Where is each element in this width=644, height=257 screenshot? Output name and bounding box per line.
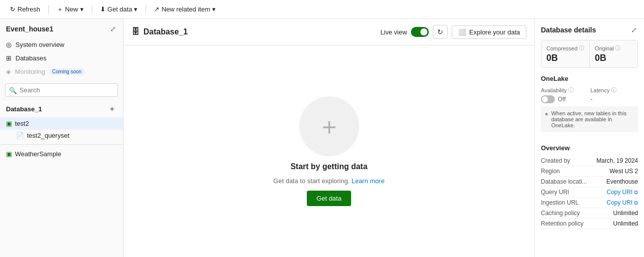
overview-value[interactable]: Copy URI⧉ [607, 199, 638, 206]
sidebar-item-databases[interactable]: ⊞ Databases [0, 51, 123, 65]
onelake-off-label: Off [558, 96, 566, 103]
sidebar-item-test2[interactable]: ▣ test2 [0, 117, 123, 130]
queryset-icon: 📄 [16, 132, 24, 139]
empty-title: Start by getting data [290, 162, 368, 171]
overview-key: Created by [541, 157, 570, 164]
overview-key: Region [541, 168, 560, 175]
overview-row: Query URICopy URI⧉ [541, 187, 638, 198]
new-related-button[interactable]: ↗ New related item ▾ [150, 3, 220, 15]
onelake-toggle[interactable] [541, 95, 555, 103]
learn-more-link[interactable]: Learn more [352, 177, 385, 185]
get-data-button[interactable]: ⬇ Get data ▾ [96, 3, 142, 15]
sidebar-expand-button[interactable]: ⤢ [109, 24, 117, 34]
empty-sub-text: Get data to start exploring. [273, 177, 350, 185]
toolbar-separator-2 [92, 5, 92, 14]
overview-value: Eventhouse [607, 178, 638, 185]
new-related-label: New related item [161, 5, 210, 13]
weather-label: WeatherSample [15, 150, 61, 158]
panel-expand-button[interactable]: ⤢ [630, 25, 638, 35]
panel-header: Database details ⤢ [541, 25, 638, 35]
availability-label: Availability [541, 87, 567, 93]
content-actions: Live view ↻ ⬜ Explore your data [381, 25, 526, 39]
live-view-row: Live view [381, 27, 429, 37]
weather-icon: ▣ [6, 150, 12, 158]
database-title-icon: 🗄 [131, 27, 139, 36]
empty-subtitle: Get data to start exploring. Learn more [273, 177, 385, 185]
overview-row: RegionWest US 2 [541, 166, 638, 177]
content-refresh-button[interactable]: ↻ [433, 25, 448, 39]
compressed-value: 0B [546, 53, 584, 63]
search-icon: 🔍 [9, 86, 17, 94]
sidebar-db-name: Database_1 [6, 105, 42, 113]
new-button[interactable]: ＋ New ▾ [53, 3, 88, 16]
onelake-row: Availability ⓘ Off Latency ⓘ [541, 86, 638, 103]
refresh-button[interactable]: ↻ Refresh [6, 3, 44, 15]
live-view-toggle[interactable] [411, 27, 429, 37]
explore-icon: ⬜ [458, 28, 466, 36]
overview-row: Created byMarch, 19 2024 [541, 156, 638, 166]
stats-grid: Compressed ⓘ 0B Original ⓘ 0B [541, 40, 638, 68]
plus-large-icon: ＋ [317, 114, 341, 138]
overview-key: Caching policy [541, 210, 580, 217]
database-title-text: Database_1 [143, 27, 188, 36]
add-database-button[interactable]: ＋ [107, 104, 117, 114]
onelake-title: OneLake [541, 75, 638, 82]
toggle-knob [420, 28, 427, 35]
availability-col: Availability ⓘ Off [541, 86, 589, 103]
toolbar-separator-1 [48, 5, 49, 14]
latency-col: Latency ⓘ - [591, 86, 639, 103]
explore-label: Explore your data [469, 28, 520, 36]
search-input[interactable] [5, 83, 118, 97]
explore-data-button[interactable]: ⬜ Explore your data [452, 25, 526, 39]
latency-label: Latency [591, 87, 610, 93]
main-layout: Event_house1 ⤢ ◎ System overview ⊞ Datab… [0, 19, 644, 257]
latency-info-icon: ⓘ [611, 86, 617, 94]
sidebar-item-test2-queryset[interactable]: 📄 test2_queryset [0, 130, 123, 141]
system-overview-label: System overview [15, 41, 64, 48]
panel-title: Database details [541, 26, 596, 34]
refresh-label: Refresh [17, 5, 40, 13]
compressed-stat: Compressed ⓘ 0B [541, 40, 590, 67]
refresh-icon: ↻ [10, 5, 15, 13]
plus-circle: ＋ [299, 96, 359, 156]
compressed-label: Compressed [546, 45, 577, 51]
toolbar-separator-3 [145, 5, 146, 14]
content-refresh-icon: ↻ [437, 28, 443, 36]
test2-queryset-label: test2_queryset [27, 132, 69, 139]
sidebar-item-weather[interactable]: ▣ WeatherSample [0, 148, 123, 160]
get-data-icon: ⬇ [100, 5, 106, 13]
plus-icon: ＋ [57, 5, 63, 14]
overview-title: Overview [541, 144, 638, 152]
sidebar-header: Event_house1 ⤢ [0, 19, 123, 37]
content-title: 🗄 Database_1 [131, 27, 188, 36]
empty-state: ＋ Start by getting data Get data to star… [124, 45, 534, 257]
onelake-info-box: ● When active, new tables in this databa… [541, 106, 638, 132]
onelake-section: OneLake Availability ⓘ Off [541, 75, 638, 132]
toolbar: ↻ Refresh ＋ New ▾ ⬇ Get data ▾ ↗ New rel… [0, 0, 644, 19]
databases-label: Databases [15, 54, 46, 62]
compressed-info-icon: ⓘ [579, 44, 584, 52]
table-icon: ▣ [6, 120, 12, 127]
get-data-chevron-icon: ▾ [134, 5, 137, 13]
overview-row: Caching policyUnlimited [541, 208, 638, 219]
overview-key: Database locati... [541, 178, 587, 185]
monitoring-icon: ◈ [6, 68, 11, 75]
new-related-icon: ↗ [154, 5, 159, 13]
get-data-label: Get data [108, 5, 132, 13]
new-chevron-icon: ▾ [80, 5, 84, 13]
right-panel: Database details ⤢ Compressed ⓘ 0B Origi… [534, 19, 644, 257]
sidebar: Event_house1 ⤢ ◎ System overview ⊞ Datab… [0, 19, 124, 257]
coming-soon-badge: Coming soon [49, 68, 85, 75]
sidebar-divider [0, 144, 123, 145]
sidebar-item-system-overview[interactable]: ◎ System overview [0, 38, 123, 51]
overview-value: Unlimited [613, 220, 638, 227]
original-info-icon: ⓘ [615, 44, 621, 52]
overview-rows: Created byMarch, 19 2024RegionWest US 2D… [541, 156, 638, 229]
sidebar-search: 🔍 [5, 83, 118, 97]
copy-icon: ⧉ [634, 200, 638, 206]
overview-value[interactable]: Copy URI⧉ [607, 189, 638, 196]
original-label: Original [595, 45, 614, 51]
get-data-main-button[interactable]: Get data [307, 191, 352, 206]
content-area: 🗄 Database_1 Live view ↻ ⬜ Explore your … [124, 19, 534, 257]
overview-key: Ingestion URL [541, 199, 579, 206]
